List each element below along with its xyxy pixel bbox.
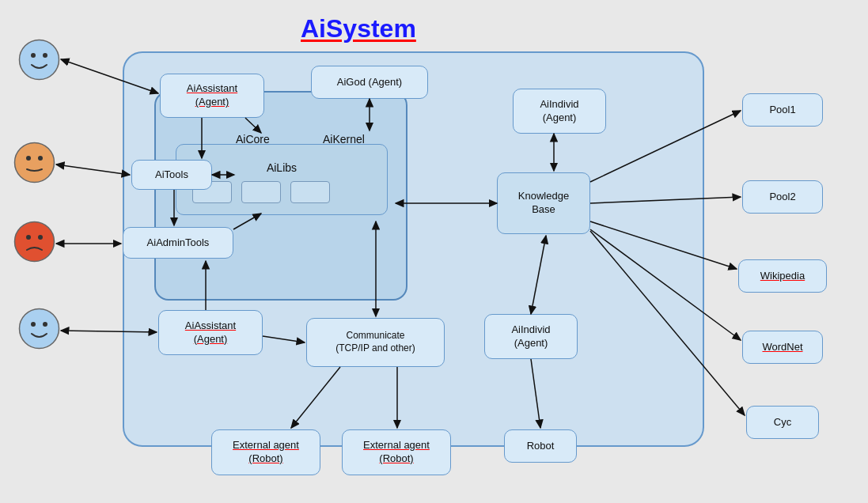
node-aiadmintools: AiAdminTools (123, 227, 233, 259)
svg-point-1 (31, 53, 36, 58)
node-wikipedia: Wikipedia (738, 259, 827, 293)
svg-point-6 (15, 222, 55, 262)
label: AiIndivid(Agent) (511, 323, 550, 350)
node-aiindivid-top: AiIndivid(Agent) (513, 89, 606, 134)
label: AiAssistant(Agent) (185, 320, 236, 346)
node-wordnet: WordNet (742, 331, 823, 364)
svg-point-7 (26, 235, 31, 240)
label: AiTools (155, 168, 188, 182)
node-communicate: Communicate(TCP/IP and other) (306, 318, 445, 367)
label: AiAdminTools (147, 236, 210, 250)
svg-point-4 (26, 156, 31, 161)
label: KnowledgeBase (518, 190, 569, 217)
diagram-container: AiSystem AiLibs AiAssistant(Agent) AiGod… (0, 0, 868, 503)
node-aigod: AiGod (Agent) (311, 66, 428, 99)
diagram-title: AiSystem (301, 14, 416, 43)
node-pool2: Pool2 (742, 180, 823, 214)
label: Wikipedia (760, 270, 805, 283)
ailibs-label: AiLibs (267, 161, 297, 175)
node-aikernel-label: AiKernel (323, 133, 365, 146)
node-pool1: Pool1 (742, 93, 823, 127)
node-cyc: Cyc (746, 406, 819, 439)
svg-point-10 (31, 322, 36, 327)
svg-line-15 (56, 165, 130, 175)
label: Robot (527, 440, 555, 453)
svg-point-3 (15, 143, 55, 183)
label: AiIndivid(Agent) (540, 98, 578, 125)
node-ai-assistant-bottom: AiAssistant(Agent) (158, 310, 263, 355)
svg-point-9 (20, 309, 59, 349)
node-knowledge-base: KnowledgeBase (497, 172, 590, 234)
node-ai-assistant-top: AiAssistant(Agent) (160, 74, 264, 118)
label: AiAssistant(Agent) (187, 82, 237, 109)
node-robot: Robot (504, 429, 577, 463)
smiley-4 (17, 307, 61, 350)
svg-point-5 (38, 156, 43, 161)
svg-point-11 (43, 322, 47, 327)
label: External agent(Robot) (363, 439, 430, 466)
smiley-2 (13, 141, 56, 184)
label: Communicate(TCP/IP and other) (335, 330, 415, 354)
svg-point-8 (38, 235, 43, 240)
svg-point-2 (43, 53, 47, 58)
node-external-agent-2: External agent(Robot) (342, 429, 451, 475)
node-aiindivid-bottom: AiIndivid(Agent) (484, 314, 578, 359)
node-external-agent-1: External agent(Robot) (211, 429, 320, 475)
label: External agent(Robot) (233, 439, 299, 466)
label: WordNet (762, 341, 802, 354)
smiley-3 (13, 220, 56, 263)
smiley-1 (17, 38, 61, 81)
node-aicore-label: AiCore (236, 133, 270, 146)
label: AiGod (Agent) (337, 76, 402, 89)
label: Pool2 (769, 191, 795, 204)
label: Cyc (774, 416, 791, 429)
label: Pool1 (769, 104, 795, 117)
svg-point-0 (20, 40, 59, 80)
node-aitools: AiTools (131, 160, 212, 190)
